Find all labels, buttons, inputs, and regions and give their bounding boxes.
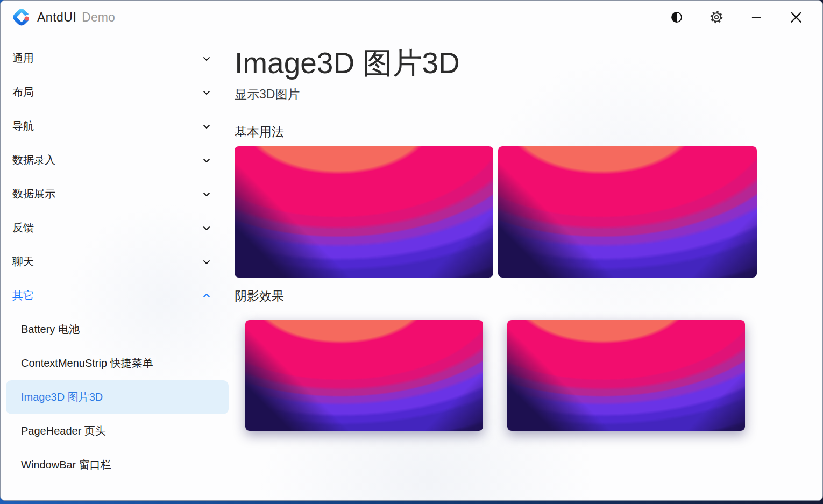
sidebar-group-label: 其它 xyxy=(12,288,201,303)
chevron-down-icon xyxy=(201,121,212,132)
titlebar: AntdUI Demo xyxy=(1,1,822,34)
basic-usage-row xyxy=(235,146,757,278)
chevron-down-icon xyxy=(201,155,212,166)
sidebar: 通用 布局 导航 数据录入 数据展示 反馈 聊天 其它 xyxy=(1,34,229,500)
image3d-basic-2[interactable] xyxy=(498,146,757,278)
sidebar-group-label: 导航 xyxy=(12,119,201,133)
sidebar-item-label: PageHeader 页头 xyxy=(21,424,106,438)
close-icon xyxy=(789,10,803,24)
sidebar-group-label: 聊天 xyxy=(12,254,201,269)
shadow-effect-row xyxy=(245,320,745,431)
chevron-up-icon xyxy=(201,290,212,301)
gear-icon xyxy=(710,10,723,24)
image3d-shadow-1[interactable] xyxy=(245,320,483,431)
minimize-icon xyxy=(750,11,763,24)
chevron-down-icon xyxy=(201,87,212,98)
sidebar-group-label: 数据展示 xyxy=(12,187,201,201)
sidebar-group-data-entry[interactable]: 数据录入 xyxy=(1,143,229,177)
page-subtitle: 显示3D图片 xyxy=(235,86,300,103)
main-content: Image3D 图片3D 显示3D图片 基本用法 阴影效果 xyxy=(235,34,822,500)
contrast-icon xyxy=(670,11,683,24)
theme-toggle-button[interactable] xyxy=(664,6,689,28)
sidebar-group-feedback[interactable]: 反馈 xyxy=(1,211,229,245)
sidebar-group-label: 反馈 xyxy=(12,221,201,235)
section-title-shadow-effect: 阴影效果 xyxy=(235,288,284,304)
sidebar-group-chat[interactable]: 聊天 xyxy=(1,245,229,279)
sidebar-item-battery[interactable]: Battery 电池 xyxy=(1,313,229,346)
sidebar-item-label: ContextMenuStrip 快捷菜单 xyxy=(21,356,153,371)
sidebar-item-label: Image3D 图片3D xyxy=(21,390,103,404)
chevron-down-icon xyxy=(201,257,212,267)
sidebar-group-label: 通用 xyxy=(12,51,201,66)
sidebar-group-other[interactable]: 其它 xyxy=(1,279,229,313)
settings-button[interactable] xyxy=(704,6,729,28)
sidebar-group-data-display[interactable]: 数据展示 xyxy=(1,177,229,211)
app-window: AntdUI Demo xyxy=(0,0,823,501)
chevron-down-icon xyxy=(201,53,212,64)
sidebar-group-general[interactable]: 通用 xyxy=(1,41,229,75)
app-title: AntdUI xyxy=(37,10,76,25)
page-title: Image3D 图片3D xyxy=(235,44,460,83)
app-subtitle: Demo xyxy=(82,10,115,25)
minimize-button[interactable] xyxy=(744,6,769,28)
sidebar-item-contextmenustrip[interactable]: ContextMenuStrip 快捷菜单 xyxy=(1,346,229,380)
sidebar-item-label: WindowBar 窗口栏 xyxy=(21,458,111,472)
sidebar-group-label: 布局 xyxy=(12,85,201,100)
antdui-logo-icon xyxy=(12,8,31,26)
sidebar-item-pageheader[interactable]: PageHeader 页头 xyxy=(1,414,229,448)
sidebar-group-label: 数据录入 xyxy=(12,153,201,167)
header-divider xyxy=(235,112,814,112)
close-button[interactable] xyxy=(784,6,808,28)
image3d-shadow-2[interactable] xyxy=(507,320,745,431)
section-title-basic-usage: 基本用法 xyxy=(235,124,284,140)
chevron-down-icon xyxy=(201,223,212,233)
chevron-down-icon xyxy=(201,189,212,200)
sidebar-item-windowbar[interactable]: WindowBar 窗口栏 xyxy=(1,448,229,482)
image3d-basic-1[interactable] xyxy=(235,146,493,278)
sidebar-item-label: Battery 电池 xyxy=(21,322,80,337)
sidebar-item-image3d[interactable]: Image3D 图片3D xyxy=(6,380,229,414)
sidebar-group-navigation[interactable]: 导航 xyxy=(1,109,229,143)
sidebar-group-layout[interactable]: 布局 xyxy=(1,75,229,109)
